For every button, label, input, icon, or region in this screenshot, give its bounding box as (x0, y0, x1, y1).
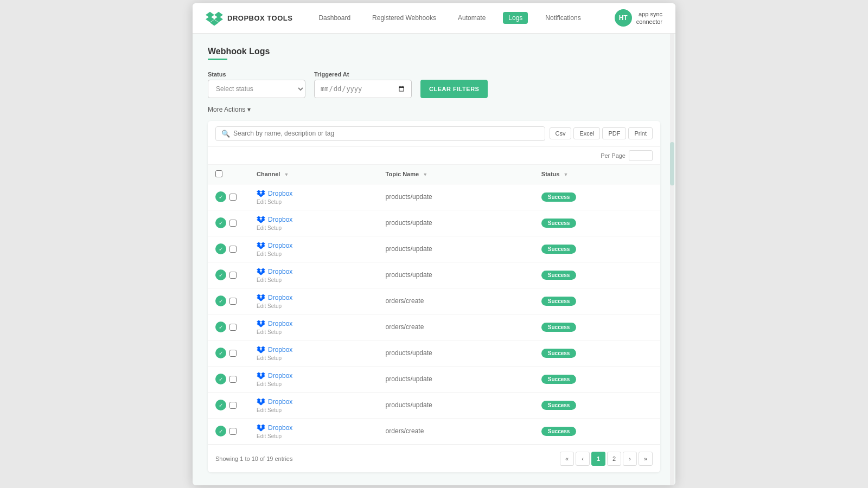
row-checkbox-8[interactable] (229, 402, 237, 409)
row-edit-setup-0[interactable]: Edit Setup (257, 199, 282, 205)
row-channel-link-3[interactable]: Dropbox (257, 267, 292, 276)
row-channel-cell-5: Dropbox Edit Setup (249, 314, 378, 340)
row-edit-setup-1[interactable]: Edit Setup (257, 225, 282, 231)
row-edit-setup-4[interactable]: Edit Setup (257, 303, 282, 309)
row-channel-link-0[interactable]: Dropbox (257, 189, 292, 198)
nav-dashboard[interactable]: Dashboard (314, 12, 355, 24)
nav-logs[interactable]: Logs (503, 12, 528, 24)
row-checkbox-0[interactable] (229, 194, 237, 201)
row-status-badge-8: Success (541, 401, 577, 410)
avatar: HT (615, 9, 632, 27)
table-row: ✓ Dropbox Ed (208, 340, 660, 366)
row-edit-setup-8[interactable]: Edit Setup (257, 407, 282, 413)
row-channel-link-9[interactable]: Dropbox (257, 423, 292, 432)
export-print-button[interactable]: Print (628, 127, 653, 139)
row-status-badge-4: Success (541, 297, 577, 306)
table-card: 🔍 Csv Excel PDF Print Per Page 10 (208, 121, 660, 472)
triggered-filter-group: Triggered At (314, 71, 412, 98)
row-checkbox-7[interactable] (229, 376, 237, 383)
pagination-prev-button[interactable]: ‹ (576, 452, 590, 466)
pagination-last-button[interactable]: » (639, 452, 653, 466)
row-channel-link-8[interactable]: Dropbox (257, 397, 292, 406)
row-status-cell-0: Success (534, 184, 660, 210)
row-edit-setup-6[interactable]: Edit Setup (257, 355, 282, 361)
nav-notifications[interactable]: Notifications (541, 12, 585, 24)
per-page-input[interactable]: 10 (629, 150, 653, 161)
row-channel-cell-9: Dropbox Edit Setup (249, 418, 378, 444)
row-checkbox-3[interactable] (229, 272, 237, 279)
nav-registered-webhooks[interactable]: Registered Webhooks (368, 12, 441, 24)
row-edit-setup-5[interactable]: Edit Setup (257, 329, 282, 335)
triggered-date-input[interactable] (314, 80, 412, 98)
table-row: ✓ Dropbox Ed (208, 210, 660, 236)
row-checkbox-4[interactable] (229, 298, 237, 305)
row-check-cell-2: ✓ (208, 236, 249, 262)
logo-area: DROPBOX TOOLS (206, 9, 292, 27)
title-underline (208, 59, 227, 60)
row-channel-link-2[interactable]: Dropbox (257, 241, 292, 250)
row-status-cell-7: Success (534, 366, 660, 392)
row-checkbox-1[interactable] (229, 220, 237, 227)
search-input[interactable] (233, 130, 539, 137)
row-status-icon-0: ✓ (215, 191, 226, 202)
user-area: HT app sync connector (615, 9, 662, 27)
pagination-next-button[interactable]: › (623, 452, 637, 466)
dropbox-small-icon-8 (257, 397, 265, 406)
row-status-badge-0: Success (541, 192, 577, 202)
table-row: ✓ Dropbox Ed (208, 366, 660, 392)
row-topic-cell-1: products/update (378, 210, 534, 236)
dropbox-small-icon-9 (257, 423, 265, 432)
per-page-row: Per Page 10 (208, 147, 660, 165)
row-edit-setup-2[interactable]: Edit Setup (257, 251, 282, 257)
row-checkbox-6[interactable] (229, 350, 237, 357)
row-check-cell-0: ✓ (208, 184, 249, 210)
pagination-page-1-button[interactable]: 1 (591, 452, 605, 466)
row-check-cell-1: ✓ (208, 210, 249, 236)
row-channel-cell-6: Dropbox Edit Setup (249, 340, 378, 366)
row-channel-link-1[interactable]: Dropbox (257, 215, 292, 224)
status-filter-group: Status Select status Success Failed (208, 71, 305, 98)
row-edit-setup-9[interactable]: Edit Setup (257, 433, 282, 439)
dropbox-logo-icon (206, 9, 223, 27)
dropbox-small-icon-5 (257, 319, 265, 328)
row-channel-link-7[interactable]: Dropbox (257, 371, 292, 380)
row-channel-link-5[interactable]: Dropbox (257, 319, 292, 328)
row-checkbox-2[interactable] (229, 246, 237, 253)
row-channel-link-4[interactable]: Dropbox (257, 293, 292, 302)
row-status-cell-9: Success (534, 418, 660, 444)
row-topic-cell-9: orders/create (378, 418, 534, 444)
row-check-cell-7: ✓ (208, 366, 249, 392)
row-checkbox-5[interactable] (229, 324, 237, 331)
pagination-page-2-button[interactable]: 2 (607, 452, 621, 466)
row-status-cell-2: Success (534, 236, 660, 262)
table-row: ✓ Dropbox Ed (208, 418, 660, 444)
navbar: DROPBOX TOOLS Dashboard Registered Webho… (193, 3, 675, 34)
row-check-cell-5: ✓ (208, 314, 249, 340)
export-pdf-button[interactable]: PDF (602, 127, 626, 139)
dropbox-small-icon-0 (257, 189, 265, 198)
showing-text: Showing 1 to 10 of 19 entries (215, 455, 292, 462)
row-check-cell-3: ✓ (208, 262, 249, 288)
pagination-first-button[interactable]: « (560, 452, 574, 466)
row-edit-setup-7[interactable]: Edit Setup (257, 381, 282, 387)
row-status-icon-4: ✓ (215, 296, 226, 306)
more-actions-dropdown[interactable]: More Actions ▾ (208, 106, 660, 113)
export-csv-button[interactable]: Csv (550, 127, 572, 139)
row-status-cell-1: Success (534, 210, 660, 236)
filters-row: Status Select status Success Failed Trig… (208, 71, 660, 98)
table-row: ✓ Dropbox Ed (208, 236, 660, 262)
select-all-checkbox[interactable] (215, 170, 222, 177)
row-status-badge-9: Success (541, 427, 577, 436)
nav-automate[interactable]: Automate (454, 12, 490, 24)
row-topic-cell-8: products/update (378, 392, 534, 418)
row-checkbox-9[interactable] (229, 428, 237, 435)
status-select[interactable]: Select status Success Failed (208, 80, 305, 98)
row-edit-setup-3[interactable]: Edit Setup (257, 277, 282, 283)
clear-filters-button[interactable]: CLEAR FILTERS (420, 80, 488, 98)
row-status-badge-7: Success (541, 375, 577, 384)
row-status-icon-7: ✓ (215, 374, 226, 384)
row-check-cell-9: ✓ (208, 418, 249, 444)
export-excel-button[interactable]: Excel (573, 127, 600, 139)
row-status-icon-6: ✓ (215, 348, 226, 358)
row-channel-link-6[interactable]: Dropbox (257, 345, 292, 354)
